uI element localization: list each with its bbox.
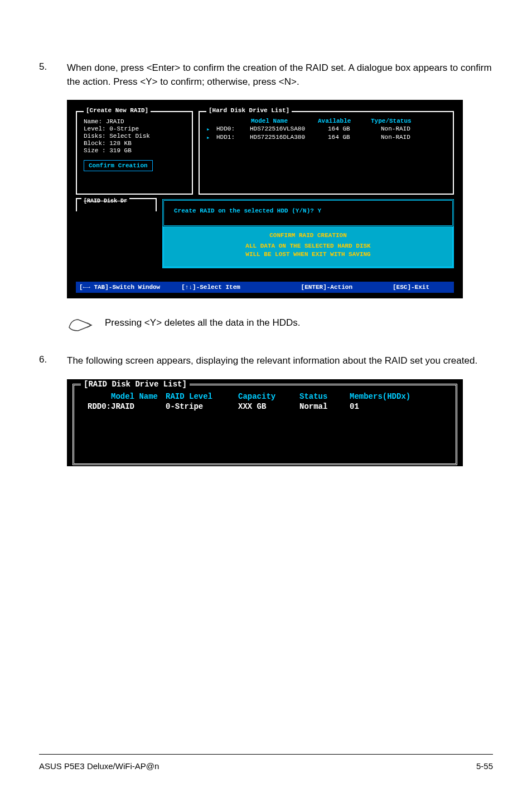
panel-title: [Hard Disk Drive List] xyxy=(206,107,292,114)
raid-status: Normal xyxy=(299,402,350,411)
hint-esc: [ESC]-Exit xyxy=(393,284,429,291)
value-block: 128 KB xyxy=(109,140,132,147)
hint-tab: [←→ TAB]-Switch Window xyxy=(79,284,160,291)
hdd-row: ▸ HDD1: HDS722516DLA380 164 GB Non-RAID xyxy=(206,134,446,141)
step-6-text: The following screen appears, displaying… xyxy=(67,354,477,368)
stub-title: [RAID Disk Dr xyxy=(81,198,129,204)
step-6-number: 6. xyxy=(39,354,67,368)
col-model: Model Name xyxy=(206,118,318,124)
create-raid-prompt[interactable]: Create RAID on the selected HDD (Y/N)? Y xyxy=(162,199,454,227)
col-avail: Available xyxy=(318,118,371,124)
raid-capacity: XXX GB xyxy=(238,402,299,411)
raid-members: 01 xyxy=(350,402,439,411)
col-members: Members(HDDx) xyxy=(350,392,439,401)
marker-icon: ▸ xyxy=(206,134,216,141)
warning-line-2: WILL BE LOST WHEN EXIT WITH SAVING xyxy=(174,250,442,259)
raid-disk-stub-panel: [RAID Disk Dr xyxy=(76,198,157,211)
hdd-row: ▸ HDD0: HDS722516VLSA80 164 GB Non-RAID xyxy=(206,125,446,133)
value-level: 0-Stripe xyxy=(109,125,139,132)
step-5-number: 5. xyxy=(39,61,67,89)
raid-model: RDD0:JRAID xyxy=(82,402,166,411)
warning-head: CONFIRM RAID CREATION xyxy=(174,232,442,239)
footer-page-number: 5-55 xyxy=(476,761,493,771)
note-text: Pressing <Y> deletes all the data in the… xyxy=(105,317,301,328)
confirm-creation-button[interactable]: Confirm Creation xyxy=(84,160,153,171)
step-5-text: When done, press <Enter> to confirm the … xyxy=(67,61,493,89)
footer-left: ASUS P5E3 Deluxe/WiFi-AP@n xyxy=(39,761,159,771)
bios-screenshot-2: [RAID Disk Drive List] Model Name RAID L… xyxy=(67,379,463,466)
label-level: Level: xyxy=(84,125,106,132)
value-name: JRAID xyxy=(106,118,124,125)
label-disks: Disks: xyxy=(84,133,106,139)
hint-enter: [ENTER]-Action xyxy=(301,284,352,291)
marker-icon: ▸ xyxy=(206,125,216,133)
hdd-type: Non-RAID xyxy=(381,125,434,133)
col-status: Status xyxy=(299,392,350,401)
warning-line-1: ALL DATA ON THE SELECTED HARD DISK xyxy=(174,242,442,250)
value-size: 319 GB xyxy=(109,147,132,154)
confirm-raid-warning: CONFIRM RAID CREATION ALL DATA ON THE SE… xyxy=(162,224,454,268)
col-level: RAID Level xyxy=(166,392,238,401)
note-pencil-icon xyxy=(67,314,94,332)
value-disks: Select Disk xyxy=(109,133,150,139)
hdd-model: HDS722516VLSA80 xyxy=(250,125,328,133)
hdd-slot: HDD0: xyxy=(216,125,250,133)
create-new-raid-panel: [Create New RAID] Name: JRAID Level: 0-S… xyxy=(76,111,193,195)
panel-title: [RAID Disk Drive List] xyxy=(81,380,190,389)
label-size: Size : xyxy=(84,147,106,154)
col-capacity: Capacity xyxy=(238,392,299,401)
raid-level: 0-Stripe xyxy=(166,402,238,411)
hdd-list-panel: [Hard Disk Drive List] Model Name Availa… xyxy=(199,111,454,195)
label-block: Block: xyxy=(84,140,106,147)
raid-row: RDD0:JRAID 0-Stripe XXX GB Normal 01 xyxy=(82,402,448,411)
bios-footer-bar: [←→ TAB]-Switch Window [↑↓]-Select Item … xyxy=(76,282,454,293)
col-type: Type/Status xyxy=(371,118,424,124)
col-model: Model Name xyxy=(82,392,166,401)
bios-screenshot-1: [Create New RAID] Name: JRAID Level: 0-S… xyxy=(67,100,463,298)
label-name: Name: xyxy=(84,118,102,125)
hdd-avail: 164 GB xyxy=(328,125,381,133)
hint-select: [↑↓]-Select Item xyxy=(181,284,240,291)
hdd-model: HDS722516DLA380 xyxy=(250,134,328,141)
panel-title: [Create New RAID] xyxy=(84,107,151,114)
page-footer: ASUS P5E3 Deluxe/WiFi-AP@n 5-55 xyxy=(39,754,493,771)
hdd-slot: HDD1: xyxy=(216,134,250,141)
hdd-type: Non-RAID xyxy=(381,134,434,141)
hdd-avail: 164 GB xyxy=(328,134,381,141)
